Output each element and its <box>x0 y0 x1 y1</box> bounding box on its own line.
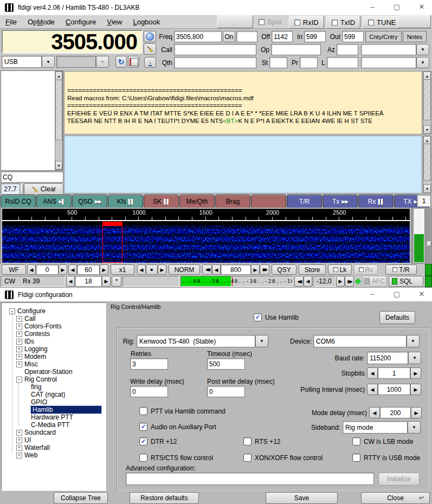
tree-item-configure[interactable]: −Configure <box>2 307 106 315</box>
write-delay-input[interactable]: 0 <box>130 386 168 397</box>
wpm-decrement[interactable]: ◀ <box>66 276 75 287</box>
clear-button[interactable]: Clear <box>24 183 63 195</box>
tune-toggle[interactable]: TUNE <box>363 16 401 29</box>
default-wpm-button[interactable]: * <box>112 276 121 287</box>
tree-item-gpio[interactable]: GPIO <box>2 398 106 406</box>
expand-icon[interactable]: + <box>16 339 22 345</box>
notes-tab[interactable]: Notes <box>403 31 427 42</box>
freq-input[interactable]: 3505,800 <box>174 31 222 42</box>
upper-signal-value[interactable]: 0 <box>36 264 59 275</box>
tree-item-ids[interactable]: +IDs <box>2 338 106 345</box>
meter-handle[interactable] <box>427 241 431 247</box>
retries-input[interactable]: 3 <box>130 358 168 370</box>
time-on-input[interactable] <box>236 31 257 42</box>
pr-input[interactable] <box>300 57 318 68</box>
rig-dropdown-icon[interactable]: ▼ <box>255 335 268 347</box>
range-decrement[interactable]: ◀ <box>68 264 77 275</box>
rtscts-checkbox[interactable]: RTS/CTS flow control <box>139 454 213 462</box>
macro-list[interactable] <box>1 70 63 171</box>
macro-button-sk[interactable]: SK▌▌ <box>144 195 179 208</box>
tree-item-c-media-ptt[interactable]: C-Media PTT <box>2 421 106 429</box>
menu-item-view[interactable]: View <box>101 15 127 28</box>
wpm-value[interactable]: 18 <box>75 276 102 287</box>
tr-toggle[interactable]: T/R <box>385 264 417 275</box>
dtr-checkbox[interactable]: ✓ DTR +12 <box>139 437 177 445</box>
stopbits-decrement[interactable]: ◀ <box>367 367 378 379</box>
collapse-tree-button[interactable]: Collapse Tree <box>54 492 108 504</box>
mode-status[interactable]: CW Rx 39 <box>1 276 65 287</box>
az-input[interactable] <box>337 44 358 55</box>
polling-decrement[interactable]: ◀ <box>367 384 378 395</box>
sql-down[interactable]: ◀ <box>304 276 312 287</box>
qrz-globe-button[interactable] <box>144 31 156 42</box>
device-dropdown-icon[interactable]: ▼ <box>407 335 420 347</box>
tree-item-soundcard[interactable]: +Soundcard <box>2 429 106 436</box>
macro-button-tx[interactable]: Tx▶▶ <box>323 195 358 208</box>
freq-down[interactable]: ◀ <box>212 264 221 275</box>
macro-list-scrollbar[interactable]: ▲ ▼ <box>55 71 63 170</box>
tree-item-contests[interactable]: +Contests <box>2 330 106 338</box>
macro-button-qso[interactable]: QSO▶▶ <box>72 195 107 208</box>
baud-dropdown-icon[interactable]: ▼ <box>408 352 421 364</box>
reverse-toggle[interactable]: Rv <box>354 264 378 275</box>
range-value[interactable]: 60 <box>77 264 100 275</box>
audio-freq-value[interactable]: 800 <box>221 264 251 275</box>
center-button[interactable]: ■ <box>146 264 158 275</box>
scroll-left-button[interactable]: ◀ <box>137 264 146 275</box>
expand-icon[interactable]: + <box>16 316 22 322</box>
sideband-combo[interactable]: Rig mode ▼ <box>343 421 421 434</box>
config-close-button[interactable]: ✕ <box>418 290 425 298</box>
expand-icon[interactable]: + <box>16 324 22 329</box>
country-dropdown-icon[interactable]: ▼ <box>416 44 429 55</box>
collapse-icon[interactable]: − <box>16 377 22 383</box>
restore-defaults-button[interactable]: Restore defaults <box>130 492 199 504</box>
afc-toggle[interactable]: AFC <box>363 276 386 287</box>
macro-button-blank[interactable] <box>251 195 286 208</box>
on-button[interactable]: On <box>223 31 235 42</box>
clear-fields-button[interactable] <box>144 43 156 55</box>
sql-value[interactable]: -12,0 <box>313 276 336 287</box>
rst-in-input[interactable]: 599 <box>304 31 326 42</box>
expand-icon[interactable]: + <box>16 445 22 451</box>
expand-icon[interactable]: + <box>16 331 22 337</box>
scroll-right-button[interactable]: ▶ <box>158 264 166 275</box>
expand-icon[interactable]: + <box>16 346 22 352</box>
defaults-button[interactable]: Defaults <box>379 311 415 324</box>
config-minimize-button[interactable]: – <box>369 290 376 298</box>
rig-combo[interactable]: Kenwood TS-480 (Stable) ▼ <box>137 335 268 347</box>
tree-item-misc[interactable]: +Misc <box>2 360 106 368</box>
tree-item-logging[interactable]: +Logging <box>2 345 106 353</box>
spot-toggle[interactable]: Spot <box>254 16 287 28</box>
xonxoff-checkbox[interactable]: XON/XOFF flow control <box>243 454 323 462</box>
macro-set-indicator[interactable]: 1 <box>417 195 431 207</box>
qth-input[interactable] <box>174 57 256 68</box>
menu-item-configure[interactable]: Configure <box>60 15 101 28</box>
tree-item-rig-control[interactable]: −Rig Control <box>2 376 106 383</box>
polling-increment[interactable]: ▶ <box>410 384 421 395</box>
rst-out-input[interactable]: 599 <box>342 31 364 42</box>
save-button[interactable]: Save <box>266 492 338 504</box>
norm-button[interactable]: NORM <box>169 264 200 275</box>
wpm-increment[interactable]: ▶ <box>102 276 111 287</box>
waterfall-display[interactable]: 5001000150020002500 <box>2 208 410 263</box>
country-combo[interactable]: ▼ <box>361 44 429 55</box>
scroll-down-icon[interactable]: ▼ <box>423 125 431 134</box>
device-combo[interactable]: COM6 ▼ <box>313 335 420 347</box>
cnty-cntry-tab[interactable]: Cnty/Cntry <box>365 31 402 42</box>
qsy-button[interactable]: QSY <box>272 264 296 275</box>
save-log-button[interactable]: ↓ <box>144 57 156 68</box>
tree-item-web[interactable]: +Web <box>2 451 106 459</box>
txid-toggle[interactable]: TxID <box>326 16 360 29</box>
expand-icon[interactable]: + <box>16 430 22 436</box>
lock-toggle[interactable]: Lk <box>328 264 352 275</box>
sql-coarse-down[interactable]: ◀◀ <box>294 276 304 287</box>
macro-button-t-r[interactable]: T/R <box>287 195 322 208</box>
tree-item-hardware-ptt[interactable]: Hardware PTT <box>2 413 106 421</box>
tx-text-panel[interactable] <box>64 135 422 193</box>
rx-scrollbar[interactable]: ▲ ▼ <box>423 71 431 134</box>
tree-item-modem[interactable]: +Modem <box>2 353 106 360</box>
config-maximize-button[interactable]: ▢ <box>393 290 401 298</box>
sql-coarse-up[interactable]: ▶▶ <box>345 276 354 287</box>
tree-item-waterfall[interactable]: +Waterfall <box>2 444 106 451</box>
expand-icon[interactable]: + <box>16 437 22 443</box>
